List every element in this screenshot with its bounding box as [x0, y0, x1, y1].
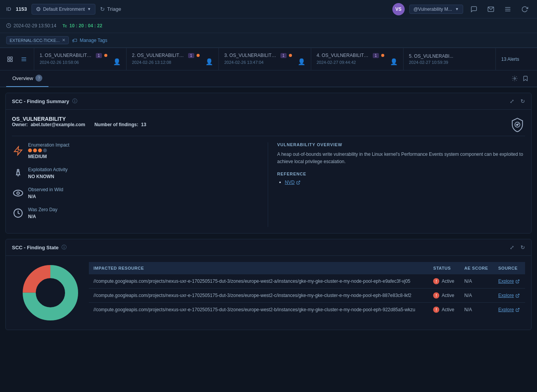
timer-label: Tc [62, 23, 67, 28]
tab-2-title: 2. OS_VULNERABILITY_C... [132, 53, 186, 58]
scc-summary-body: OS_VULNERABILITY Owner: abel.tuter@examp… [6, 110, 531, 233]
status-active-icon: ! [433, 307, 439, 313]
nav-overview[interactable]: Overview ? [6, 70, 48, 87]
explore-link[interactable]: Explore [498, 293, 520, 298]
svg-rect-8 [10, 60, 12, 62]
finding-right-col: VULNERABILITY OVERVIEW A heap out-of-bou… [268, 142, 525, 227]
scc-summary-title: SCC - Finding Summary [12, 98, 69, 104]
observed-label: Observed in Wild [28, 187, 63, 192]
findings-table: IMPACTED RESOURCE STATUS AE SCORE SOURCE… [89, 262, 525, 317]
triage-button[interactable]: ↻ Triage [100, 6, 121, 13]
tab-1-dot [104, 54, 107, 57]
svg-point-16 [13, 190, 23, 196]
svg-point-12 [514, 78, 515, 79]
avatar: VS [392, 3, 405, 15]
svg-point-14 [517, 124, 519, 126]
col-source: SOURCE [494, 262, 525, 274]
tab-2-dot [197, 54, 200, 57]
findings-table-scroll[interactable]: IMPACTED RESOURCE STATUS AE SCORE SOURCE… [89, 262, 525, 317]
scc-finding-summary-card: SCC - Finding Summary ⓘ ⤢ ↻ OS_VULNERABI… [5, 93, 532, 234]
col-status: STATUS [429, 262, 460, 274]
second-bar: 2024-02-29 13:50:14 Tc 10 : 20 : 04 : 22 [0, 18, 537, 33]
status-active-icon: ! [433, 278, 439, 284]
status-value: Active [442, 307, 454, 312]
tab-3-date: 2024-02-26 13:47:04 [224, 60, 263, 65]
source-cell[interactable]: Explore [494, 303, 525, 317]
table-row: //compute.googleapis.com/projects/nexus-… [89, 303, 525, 317]
exploitation-icon [12, 167, 24, 179]
zeroday-label: Was Zero Day [28, 207, 57, 212]
user-dropdown[interactable]: @Vulnerability M... ▼ [409, 5, 463, 14]
observed-value: N/A [28, 194, 63, 199]
shield-icon [510, 117, 525, 132]
explore-link[interactable]: Explore [498, 279, 520, 284]
scc-summary-refresh-icon[interactable]: ↻ [520, 98, 525, 104]
scc-state-refresh-icon[interactable]: ↻ [520, 244, 525, 250]
tab-5[interactable]: 5. OS_VULNERABI... 2024-02-27 10:59:39 [404, 48, 496, 70]
resource-cell: //compute.googleapis.com/projects/nexus-… [89, 274, 429, 289]
nav-overview-label: Overview [12, 75, 33, 81]
nvd-link[interactable]: NVD [285, 180, 525, 185]
exploitation-metric: Exploitation Activity NO KNOWN [12, 167, 260, 179]
alerts-label: 13 Alerts [501, 57, 519, 62]
enumeration-icon [12, 145, 24, 157]
vuln-description: A heap out-of-bounds write vulnerability… [277, 151, 525, 165]
mail-icon-btn[interactable] [485, 3, 497, 15]
zeroday-value: N/A [28, 214, 57, 219]
overview-help-icon[interactable]: ? [35, 75, 42, 82]
zeroday-icon [12, 207, 24, 219]
scc-summary-header: SCC - Finding Summary ⓘ ⤢ ↻ [6, 93, 531, 110]
alerts-badge[interactable]: 13 Alerts [496, 48, 525, 70]
enumeration-dots [28, 148, 69, 152]
svg-line-25 [517, 294, 519, 296]
tab-5-date: 2024-02-27 10:59:39 [409, 60, 448, 65]
user-label: @Vulnerability M... [414, 7, 452, 12]
status-cell: ! Active [429, 274, 460, 289]
svg-line-24 [517, 280, 519, 282]
enumeration-label: Enumeration Impact [28, 142, 69, 148]
tab-3[interactable]: 3. OS_VULNERABILITY_C... 1 2024-02-26 13… [219, 48, 311, 70]
source-cell[interactable]: Explore [494, 289, 525, 303]
tag-label: EXTERNAL-SCC-TICKE... [10, 38, 60, 43]
svg-point-23 [37, 279, 64, 307]
scc-summary-expand-icon[interactable]: ⤢ [510, 98, 514, 104]
vuln-overview-title: VULNERABILITY OVERVIEW [277, 142, 525, 147]
tag-badge[interactable]: EXTERNAL-SCC-TICKE... ✕ [6, 36, 69, 44]
col-ae-score: AE SCORE [460, 262, 494, 274]
col-resource: IMPACTED RESOURCE [89, 262, 429, 274]
refresh-icon-btn[interactable] [519, 3, 531, 15]
tag-close-icon[interactable]: ✕ [62, 38, 65, 43]
ae-score-cell: N/A [460, 274, 494, 289]
tab-grid-icon[interactable] [5, 54, 15, 65]
tab-4[interactable]: 4. OS_VULNERABILITY_C... 1 2024-02-27 09… [311, 48, 404, 70]
manage-tags-button[interactable]: 🏷 Manage Tags [72, 37, 107, 43]
nvd-link-label: NVD [285, 180, 295, 185]
scc-state-expand-icon[interactable]: ⤢ [510, 244, 514, 250]
nav-bookmark-icon[interactable] [520, 73, 531, 84]
environment-dropdown[interactable]: ⚙ Default Environment ▼ [32, 4, 95, 15]
scc-summary-info-icon[interactable]: ⓘ [72, 98, 77, 105]
nav-bar: Overview ? [0, 70, 537, 87]
source-cell[interactable]: Explore [494, 274, 525, 289]
list-icon-btn[interactable] [502, 3, 514, 15]
resource-cell: //compute.googleapis.com/projects/nexus-… [89, 289, 429, 303]
status-cell: ! Active [429, 289, 460, 303]
tab-1[interactable]: 1. OS_VULNERABILITY_C... 1 2024-02-26 10… [34, 48, 127, 70]
finding-left-col: Enumeration Impact MEDIUM [12, 142, 268, 227]
svg-rect-7 [8, 60, 10, 62]
exploitation-value: NO KNOWN [28, 174, 68, 179]
chat-icon-btn[interactable] [468, 3, 480, 15]
tab-4-title: 4. OS_VULNERABILITY_C... [317, 53, 370, 58]
explore-link[interactable]: Explore [498, 307, 520, 312]
tab-2[interactable]: 2. OS_VULNERABILITY_C... 1 2024-02-26 13… [127, 48, 219, 70]
scc-state-info-icon[interactable]: ⓘ [62, 244, 67, 251]
datetime-value: 2024-02-29 13:50:14 [13, 23, 56, 28]
tab-1-count: 1 [96, 53, 102, 58]
timer-item: Tc 10 : 20 : 04 : 22 [62, 23, 102, 28]
tab-4-person-icon: 👤 [390, 58, 398, 65]
nav-settings-icon[interactable] [509, 73, 520, 84]
top-bar: ID 1153 ⚙ Default Environment ▼ ↻ Triage… [0, 0, 537, 18]
status-value: Active [442, 279, 454, 284]
tab-3-count: 1 [280, 53, 287, 58]
tab-list-icon[interactable] [18, 54, 29, 65]
